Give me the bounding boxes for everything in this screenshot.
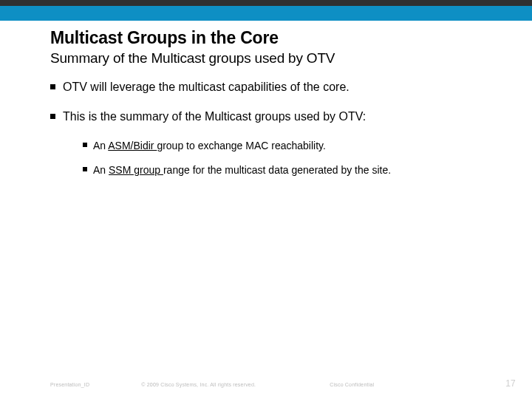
text-prefix: An xyxy=(93,140,108,151)
footer-presentation-id: Presentation_ID xyxy=(50,382,89,387)
sub-bullet-item: An SSM group range for the multicast dat… xyxy=(83,163,488,177)
sub-bullet-item: An ASM/Bidir group to exchange MAC reach… xyxy=(83,139,488,152)
sub-bullet-text: An SSM group range for the multicast dat… xyxy=(93,163,391,177)
footer-page-number: 17 xyxy=(505,378,516,389)
square-bullet-icon xyxy=(83,167,87,171)
bullet-text: This is the summary of the Multicast gro… xyxy=(63,109,366,124)
top-accent-bar xyxy=(0,0,532,21)
text-suffix: range for the multicast data generated b… xyxy=(163,164,391,176)
bullet-item: This is the summary of the Multicast gro… xyxy=(50,109,488,124)
square-bullet-icon xyxy=(50,84,55,89)
text-prefix: An xyxy=(93,164,109,176)
text-suffix: group to exchange MAC reachability. xyxy=(157,140,326,151)
slide: Multicast Groups in the Core Summary of … xyxy=(0,0,532,399)
text-underlined: SSM group xyxy=(109,164,163,176)
slide-subtitle: Summary of the Multicast groups used by … xyxy=(50,50,488,66)
square-bullet-icon xyxy=(83,143,87,147)
sub-bullet-text: An ASM/Bidir group to exchange MAC reach… xyxy=(93,139,326,152)
text-underlined: ASM/Bidir xyxy=(108,140,157,151)
bullet-text: OTV will leverage the multicast capabili… xyxy=(63,80,349,95)
footer-confidential: Cisco Confidential xyxy=(330,382,374,387)
slide-footer: Presentation_ID © 2009 Cisco Systems, In… xyxy=(0,378,532,389)
bullet-list: OTV will leverage the multicast capabili… xyxy=(50,80,488,176)
sub-bullet-list: An ASM/Bidir group to exchange MAC reach… xyxy=(83,139,488,176)
bullet-item: OTV will leverage the multicast capabili… xyxy=(50,80,488,95)
footer-copyright: © 2009 Cisco Systems, Inc. All rights re… xyxy=(141,382,256,387)
square-bullet-icon xyxy=(50,114,55,119)
slide-title: Multicast Groups in the Core xyxy=(50,28,488,47)
slide-content: Multicast Groups in the Core Summary of … xyxy=(0,21,532,177)
